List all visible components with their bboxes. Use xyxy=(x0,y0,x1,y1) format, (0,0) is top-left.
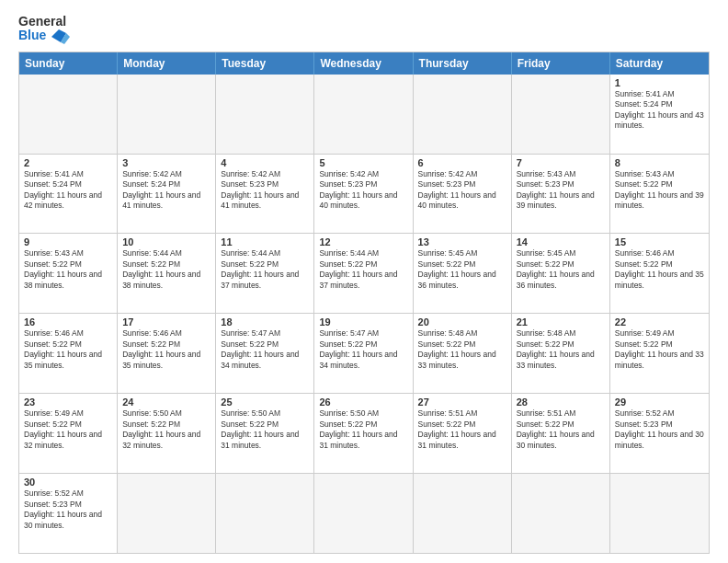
day-number: 11 xyxy=(221,236,309,247)
day-number: 29 xyxy=(615,396,704,408)
cell-info: Sunrise: 5:49 AMSunset: 5:22 PMDaylight:… xyxy=(24,408,102,449)
day-number: 24 xyxy=(122,396,210,408)
cell-info: Sunrise: 5:45 AMSunset: 5:22 PMDaylight:… xyxy=(418,248,496,289)
empty-cell xyxy=(118,75,216,154)
day-number: 30 xyxy=(24,477,112,488)
day-number: 1 xyxy=(615,77,704,88)
cell-info: Sunrise: 5:47 AMSunset: 5:22 PMDaylight:… xyxy=(221,328,299,369)
empty-cell xyxy=(512,474,610,553)
day-24: 24 Sunrise: 5:50 AMSunset: 5:22 PMDaylig… xyxy=(118,394,216,473)
day-1: 1 Sunrise: 5:41 AMSunset: 5:24 PMDayligh… xyxy=(610,75,709,154)
day-number: 5 xyxy=(319,157,407,168)
day-26: 26 Sunrise: 5:50 AMSunset: 5:22 PMDaylig… xyxy=(314,394,413,473)
day-21: 21 Sunrise: 5:48 AMSunset: 5:22 PMDaylig… xyxy=(512,314,610,393)
calendar-week-2: 2 Sunrise: 5:41 AMSunset: 5:24 PMDayligh… xyxy=(19,155,709,235)
day-18: 18 Sunrise: 5:47 AMSunset: 5:22 PMDaylig… xyxy=(216,314,314,393)
day-14: 14 Sunrise: 5:45 AMSunset: 5:22 PMDaylig… xyxy=(512,234,610,313)
day-15: 15 Sunrise: 5:46 AMSunset: 5:22 PMDaylig… xyxy=(610,234,709,313)
day-13: 13 Sunrise: 5:45 AMSunset: 5:22 PMDaylig… xyxy=(414,234,512,313)
day-number: 21 xyxy=(517,316,605,327)
empty-cell xyxy=(314,474,413,553)
day-2: 2 Sunrise: 5:41 AMSunset: 5:24 PMDayligh… xyxy=(19,155,118,234)
empty-cell xyxy=(314,75,413,154)
day-7: 7 Sunrise: 5:43 AMSunset: 5:23 PMDayligh… xyxy=(512,155,610,234)
day-17: 17 Sunrise: 5:46 AMSunset: 5:22 PMDaylig… xyxy=(118,314,216,393)
header-friday: Friday xyxy=(512,52,610,75)
cell-info: Sunrise: 5:43 AMSunset: 5:22 PMDaylight:… xyxy=(615,169,704,210)
cell-info: Sunrise: 5:41 AMSunset: 5:24 PMDaylight:… xyxy=(615,89,704,130)
empty-cell xyxy=(216,75,314,154)
cell-info: Sunrise: 5:43 AMSunset: 5:23 PMDaylight:… xyxy=(517,169,595,210)
day-3: 3 Sunrise: 5:42 AMSunset: 5:24 PMDayligh… xyxy=(118,155,216,234)
day-number: 27 xyxy=(418,396,506,408)
day-number: 8 xyxy=(615,157,704,168)
day-11: 11 Sunrise: 5:44 AMSunset: 5:22 PMDaylig… xyxy=(216,234,314,313)
day-number: 7 xyxy=(517,157,605,168)
calendar-week-5: 23 Sunrise: 5:49 AMSunset: 5:22 PMDaylig… xyxy=(19,394,709,474)
cell-info: Sunrise: 5:46 AMSunset: 5:22 PMDaylight:… xyxy=(615,248,704,289)
cell-info: Sunrise: 5:42 AMSunset: 5:23 PMDaylight:… xyxy=(319,169,397,210)
day-number: 18 xyxy=(221,316,309,327)
cell-info: Sunrise: 5:52 AMSunset: 5:23 PMDaylight:… xyxy=(615,408,704,449)
empty-cell xyxy=(118,474,216,553)
calendar-body: 1 Sunrise: 5:41 AMSunset: 5:24 PMDayligh… xyxy=(19,75,709,553)
day-number: 2 xyxy=(24,157,112,168)
day-29: 29 Sunrise: 5:52 AMSunset: 5:23 PMDaylig… xyxy=(610,394,709,473)
cell-info: Sunrise: 5:50 AMSunset: 5:22 PMDaylight:… xyxy=(122,408,200,449)
header-sunday: Sunday xyxy=(19,52,118,75)
calendar-week-6: 30 Sunrise: 5:52 AMSunset: 5:23 PMDaylig… xyxy=(19,474,709,553)
cell-info: Sunrise: 5:51 AMSunset: 5:22 PMDaylight:… xyxy=(418,408,496,449)
empty-cell xyxy=(512,75,610,154)
day-number: 6 xyxy=(418,157,506,168)
day-10: 10 Sunrise: 5:44 AMSunset: 5:22 PMDaylig… xyxy=(118,234,216,313)
day-number: 25 xyxy=(221,396,309,408)
empty-cell xyxy=(414,75,512,154)
day-number: 22 xyxy=(615,316,704,327)
empty-cell xyxy=(216,474,314,553)
header-wednesday: Wednesday xyxy=(314,52,413,75)
day-number: 9 xyxy=(24,236,112,247)
day-number: 13 xyxy=(418,236,506,247)
day-8: 8 Sunrise: 5:43 AMSunset: 5:22 PMDayligh… xyxy=(610,155,709,234)
cell-info: Sunrise: 5:43 AMSunset: 5:22 PMDaylight:… xyxy=(24,248,102,289)
header-thursday: Thursday xyxy=(414,52,512,75)
empty-cell xyxy=(610,474,709,553)
day-22: 22 Sunrise: 5:49 AMSunset: 5:22 PMDaylig… xyxy=(610,314,709,393)
day-number: 14 xyxy=(517,236,605,247)
day-number: 15 xyxy=(615,236,704,247)
day-number: 23 xyxy=(24,396,112,408)
day-number: 20 xyxy=(418,316,506,327)
calendar-week-4: 16 Sunrise: 5:46 AMSunset: 5:22 PMDaylig… xyxy=(19,314,709,394)
cell-info: Sunrise: 5:42 AMSunset: 5:23 PMDaylight:… xyxy=(221,169,299,210)
cell-info: Sunrise: 5:44 AMSunset: 5:22 PMDaylight:… xyxy=(221,248,299,289)
calendar-week-3: 9 Sunrise: 5:43 AMSunset: 5:22 PMDayligh… xyxy=(19,234,709,314)
page: General Blue SundayMondayTuesdayWednesda… xyxy=(0,0,728,563)
calendar-week-1: 1 Sunrise: 5:41 AMSunset: 5:24 PMDayligh… xyxy=(19,75,709,155)
cell-info: Sunrise: 5:48 AMSunset: 5:22 PMDaylight:… xyxy=(418,328,496,369)
header-monday: Monday xyxy=(118,52,216,75)
cell-info: Sunrise: 5:42 AMSunset: 5:23 PMDaylight:… xyxy=(418,169,496,210)
day-16: 16 Sunrise: 5:46 AMSunset: 5:22 PMDaylig… xyxy=(19,314,118,393)
cell-info: Sunrise: 5:44 AMSunset: 5:22 PMDaylight:… xyxy=(319,248,397,289)
day-number: 17 xyxy=(122,316,210,327)
day-27: 27 Sunrise: 5:51 AMSunset: 5:22 PMDaylig… xyxy=(414,394,512,473)
empty-cell xyxy=(414,474,512,553)
day-5: 5 Sunrise: 5:42 AMSunset: 5:23 PMDayligh… xyxy=(314,155,413,234)
day-number: 16 xyxy=(24,316,112,327)
cell-info: Sunrise: 5:50 AMSunset: 5:22 PMDaylight:… xyxy=(221,408,299,449)
day-12: 12 Sunrise: 5:44 AMSunset: 5:22 PMDaylig… xyxy=(314,234,413,313)
empty-cell xyxy=(19,75,118,154)
cell-info: Sunrise: 5:45 AMSunset: 5:22 PMDaylight:… xyxy=(517,248,595,289)
header-saturday: Saturday xyxy=(610,52,709,75)
day-number: 26 xyxy=(319,396,407,408)
day-23: 23 Sunrise: 5:49 AMSunset: 5:22 PMDaylig… xyxy=(19,394,118,473)
day-number: 3 xyxy=(122,157,210,168)
day-25: 25 Sunrise: 5:50 AMSunset: 5:22 PMDaylig… xyxy=(216,394,314,473)
day-number: 4 xyxy=(221,157,309,168)
cell-info: Sunrise: 5:46 AMSunset: 5:22 PMDaylight:… xyxy=(122,328,200,369)
day-28: 28 Sunrise: 5:51 AMSunset: 5:22 PMDaylig… xyxy=(512,394,610,473)
cell-info: Sunrise: 5:41 AMSunset: 5:24 PMDaylight:… xyxy=(24,169,102,210)
cell-info: Sunrise: 5:44 AMSunset: 5:22 PMDaylight:… xyxy=(122,248,200,289)
day-number: 10 xyxy=(122,236,210,247)
day-20: 20 Sunrise: 5:48 AMSunset: 5:22 PMDaylig… xyxy=(414,314,512,393)
